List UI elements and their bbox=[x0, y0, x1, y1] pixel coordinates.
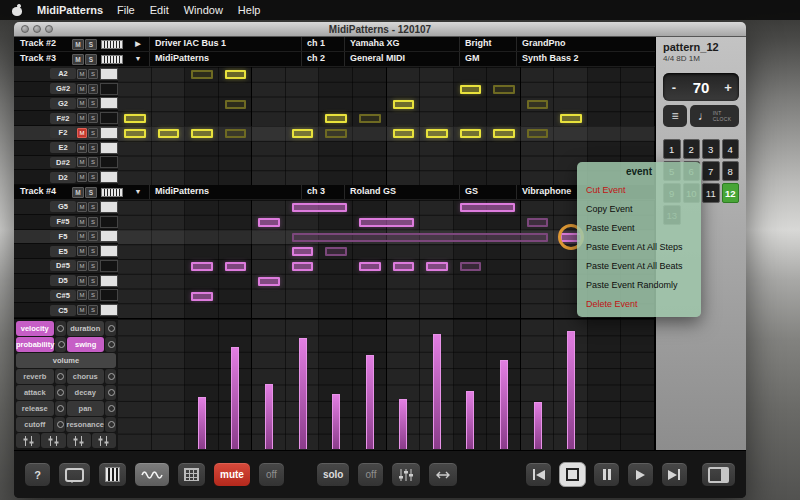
midi-note[interactable] bbox=[493, 129, 515, 138]
solo-off-button[interactable]: off bbox=[357, 462, 384, 487]
midi-note[interactable] bbox=[325, 247, 347, 256]
velocity-bar[interactable] bbox=[500, 360, 508, 449]
close-button[interactable] bbox=[21, 25, 29, 33]
midi-note[interactable] bbox=[191, 262, 213, 271]
channel-label[interactable]: ch 1 bbox=[301, 37, 344, 51]
minimize-button[interactable] bbox=[33, 25, 41, 33]
keyboard-view-button[interactable] bbox=[98, 462, 127, 487]
context-menu-item[interactable]: Delete Event bbox=[577, 294, 701, 313]
release-button[interactable]: release bbox=[16, 401, 54, 416]
note-solo-button[interactable]: S bbox=[88, 113, 98, 123]
menu-help[interactable]: Help bbox=[238, 4, 261, 16]
zoom-button[interactable] bbox=[45, 25, 53, 33]
mute-off-button[interactable]: off bbox=[258, 462, 285, 487]
track-solo-button[interactable]: S bbox=[85, 54, 97, 65]
power-icon[interactable] bbox=[55, 337, 66, 352]
context-menu-item[interactable]: Paste Event At All Steps bbox=[577, 237, 701, 256]
power-icon[interactable] bbox=[105, 321, 116, 336]
note-mute-button[interactable]: M bbox=[77, 84, 87, 94]
pattern-pad-11[interactable]: 11 bbox=[702, 183, 720, 203]
bank-name[interactable]: Roland GS bbox=[344, 185, 459, 199]
note-mute-button[interactable]: M bbox=[77, 128, 87, 138]
piano-key[interactable] bbox=[100, 245, 118, 257]
velocity-lane[interactable] bbox=[118, 318, 655, 450]
piano-key[interactable] bbox=[100, 275, 118, 287]
track-solo-button[interactable]: S bbox=[85, 187, 97, 198]
window-titlebar[interactable]: MidiPatterns - 120107 bbox=[14, 22, 746, 37]
note-solo-button[interactable]: S bbox=[88, 98, 98, 108]
menu-window[interactable]: Window bbox=[184, 4, 223, 16]
reverb-button[interactable]: reverb bbox=[16, 369, 54, 384]
midi-note[interactable] bbox=[325, 129, 347, 138]
mute-button[interactable]: mute bbox=[213, 462, 251, 487]
power-icon[interactable] bbox=[55, 385, 66, 400]
decay-button[interactable]: decay bbox=[67, 385, 105, 400]
power-icon[interactable] bbox=[55, 321, 66, 336]
power-icon[interactable] bbox=[55, 401, 66, 416]
expand-arrow-icon[interactable]: ▼ bbox=[127, 185, 149, 199]
swing-button[interactable]: swing bbox=[67, 337, 104, 352]
note-solo-button[interactable]: S bbox=[88, 217, 98, 227]
piano-key[interactable] bbox=[100, 97, 118, 109]
pattern-pad-4[interactable]: 4 bbox=[722, 139, 740, 159]
velocity-bar[interactable] bbox=[399, 399, 407, 449]
pattern-menu-button[interactable]: ≡ bbox=[663, 105, 687, 127]
midi-note[interactable] bbox=[359, 114, 381, 123]
midi-note[interactable] bbox=[460, 203, 515, 212]
piano-key[interactable] bbox=[100, 83, 118, 95]
piano-key[interactable] bbox=[100, 171, 118, 183]
note-solo-button[interactable]: S bbox=[88, 172, 98, 182]
midi-note[interactable] bbox=[191, 292, 213, 301]
channel-label[interactable]: ch 3 bbox=[301, 185, 344, 199]
fader-preset-button[interactable] bbox=[67, 433, 91, 448]
comment-button[interactable] bbox=[58, 462, 91, 487]
volume-button[interactable]: volume bbox=[16, 353, 116, 368]
midi-note[interactable] bbox=[325, 114, 347, 123]
note-mute-button[interactable]: M bbox=[77, 113, 87, 123]
note-mute-button[interactable]: M bbox=[77, 69, 87, 79]
note-solo-button[interactable]: S bbox=[88, 84, 98, 94]
midi-note[interactable] bbox=[258, 218, 280, 227]
duration-button[interactable]: duration bbox=[67, 321, 105, 336]
rewind-button[interactable] bbox=[525, 462, 552, 487]
probability-button[interactable]: probability bbox=[16, 337, 54, 352]
clock-source-button[interactable]: ♩ INTCLOCK bbox=[690, 105, 739, 127]
tempo-increase-button[interactable]: + bbox=[720, 80, 736, 95]
velocity-bar[interactable] bbox=[433, 334, 441, 449]
midi-note[interactable] bbox=[191, 129, 213, 138]
resonance-button[interactable]: resonance bbox=[66, 417, 104, 432]
midi-note[interactable] bbox=[258, 277, 280, 286]
note-solo-button[interactable]: S bbox=[88, 231, 98, 241]
midi-note[interactable] bbox=[124, 114, 146, 123]
category-name[interactable]: GS bbox=[459, 185, 516, 199]
context-menu-item[interactable]: Paste Event Randomly bbox=[577, 275, 701, 294]
tempo-decrease-button[interactable]: - bbox=[666, 80, 682, 95]
note-solo-button[interactable]: S bbox=[88, 69, 98, 79]
expand-arrow-icon[interactable]: ▼ bbox=[127, 52, 149, 66]
category-name[interactable]: GM bbox=[459, 52, 516, 66]
pause-button[interactable] bbox=[593, 462, 620, 487]
midi-note[interactable] bbox=[393, 262, 415, 271]
midi-note[interactable] bbox=[225, 262, 247, 271]
velocity-bar[interactable] bbox=[534, 402, 542, 449]
patch-name[interactable]: Synth Bass 2 bbox=[516, 52, 655, 66]
pattern-pad-1[interactable]: 1 bbox=[663, 139, 681, 159]
panel-toggle-button[interactable] bbox=[701, 462, 736, 487]
note-mute-button[interactable]: M bbox=[77, 172, 87, 182]
track-solo-button[interactable]: S bbox=[85, 39, 97, 50]
collapse-arrow-icon[interactable]: ▶ bbox=[127, 37, 149, 51]
note-mute-button[interactable]: M bbox=[77, 290, 87, 300]
cutoff-button[interactable]: cutoff bbox=[16, 417, 53, 432]
menu-edit[interactable]: Edit bbox=[150, 4, 169, 16]
note-solo-button[interactable]: S bbox=[88, 246, 98, 256]
midi-note[interactable] bbox=[527, 129, 549, 138]
piano-key[interactable] bbox=[100, 304, 118, 316]
piano-key[interactable] bbox=[100, 230, 118, 242]
wave-view-button[interactable] bbox=[134, 462, 170, 487]
fader-preset-button[interactable] bbox=[16, 433, 40, 448]
grid-view-button[interactable] bbox=[177, 462, 206, 487]
midi-note[interactable] bbox=[124, 129, 146, 138]
velocity-bar[interactable] bbox=[366, 355, 374, 449]
menu-file[interactable]: File bbox=[117, 4, 135, 16]
note-grid[interactable] bbox=[118, 200, 655, 318]
